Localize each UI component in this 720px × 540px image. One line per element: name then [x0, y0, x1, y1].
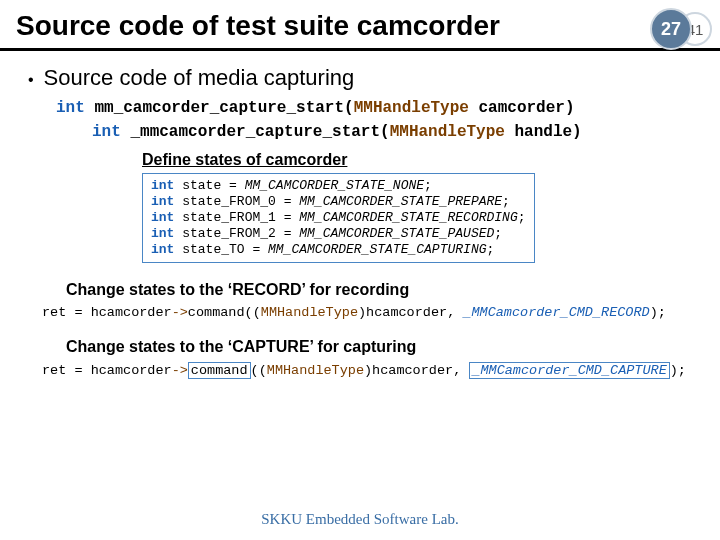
page-title: Source code of test suite camcorder [16, 10, 704, 42]
sig2-fn: _mmcamcorder_capture_start [130, 123, 380, 141]
sig1-kw: int [56, 99, 85, 117]
signature-1: int mm_camcorder_capture_start(MMHandleT… [56, 99, 698, 117]
bullet-dot-icon: • [28, 71, 34, 89]
state-row: int state_FROM_1 = MM_CAMCORDER_STATE_RE… [151, 210, 526, 226]
bullet-text: Source code of media capturing [44, 65, 355, 91]
state-row: int state_TO = MM_CAMCORDER_STATE_CAPTUR… [151, 242, 526, 258]
state-row: int state = MM_CAMCORDER_STATE_NONE; [151, 178, 526, 194]
sig1-arg: camcorder [479, 99, 565, 117]
block2-label: Change states to the ‘CAPTURE’ for captu… [66, 338, 698, 356]
state-row: int state_FROM_0 = MM_CAMCORDER_STATE_PR… [151, 194, 526, 210]
sig2-arg: handle [515, 123, 573, 141]
signature-2: int _mmcamcorder_capture_start(MMHandleT… [92, 123, 698, 141]
code-line-2: ret = hcamcorder->command((MMHandleType)… [42, 362, 698, 379]
block1-label: Change states to the ‘RECORD’ for record… [66, 281, 698, 299]
sig2-type: MMHandleType [390, 123, 505, 141]
footer-text: SKKU Embedded Software Lab. [261, 511, 458, 527]
bullet-heading: • Source code of media capturing [22, 65, 698, 91]
state-row: int state_FROM_2 = MM_CAMCORDER_STATE_PA… [151, 226, 526, 242]
footer: SKKU Embedded Software Lab. [0, 511, 720, 528]
page-number-main: 27 [650, 8, 692, 50]
sig1-type: MMHandleType [354, 99, 469, 117]
slide-content: • Source code of media capturing int mm_… [0, 51, 720, 379]
page-number-badges: 27 41 [650, 8, 712, 50]
sig2-kw: int [92, 123, 121, 141]
code-line-1: ret = hcamcorder->command((MMHandleType)… [42, 305, 698, 320]
states-code-box: int state = MM_CAMCORDER_STATE_NONE; int… [142, 173, 535, 263]
sig1-fn: mm_camcorder_capture_start [94, 99, 344, 117]
states-label: Define states of camcorder [142, 151, 698, 169]
